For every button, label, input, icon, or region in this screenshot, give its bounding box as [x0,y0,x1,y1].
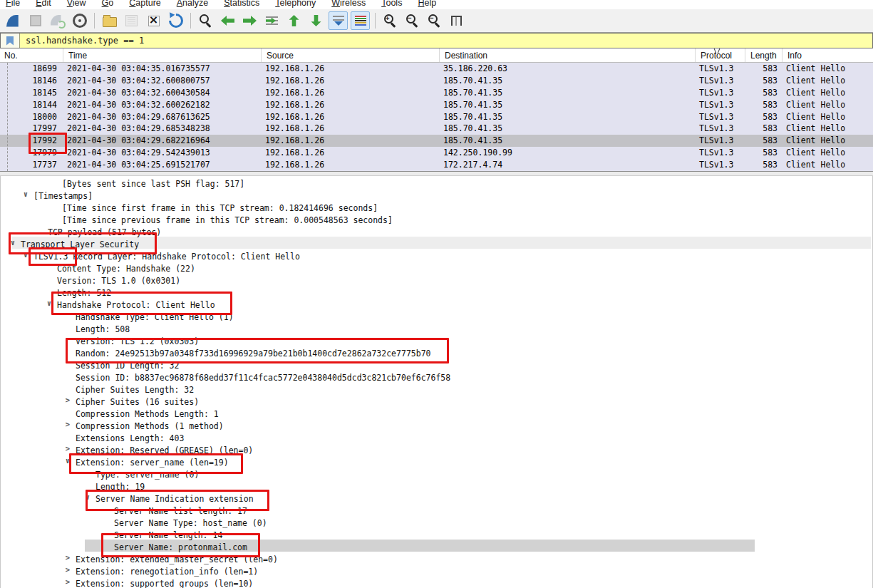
go-back-button[interactable] [218,11,237,30]
open-file-button[interactable] [100,11,119,30]
menu-capture[interactable]: Capture [129,0,160,9]
reload-button[interactable] [166,11,185,30]
find-packet-button[interactable] [196,11,215,30]
column-header-info[interactable]: Info [782,48,873,62]
detail-row[interactable]: >Extension: extended_master_secret (len=… [1,552,872,564]
expander-open-icon[interactable]: ∨ [62,455,73,467]
detail-row[interactable]: >Compression Methods (1 method) [1,418,872,430]
column-header-time[interactable]: Time [63,48,261,62]
packet-row[interactable]: 179792021-04-30 03:04:29.542439013192.16… [0,147,873,159]
menu-telephony[interactable]: Telephony [275,0,316,9]
packet-list[interactable]: 186992021-04-30 03:04:35.016735577192.16… [0,63,873,171]
detail-row[interactable]: ∨Server Name Indication extension [1,491,872,503]
column-header-source[interactable]: Source [261,48,439,62]
packet-row[interactable]: 179922021-04-30 03:04:29.682216964192.16… [0,135,873,147]
packet-cell-len: 583 [745,135,782,147]
resize-columns-button[interactable] [447,11,466,30]
expander-open-icon[interactable]: ∨ [20,249,31,261]
detail-row[interactable]: Server Name: protonmail.com [1,540,872,552]
detail-row[interactable]: >Extension: renegotiation_info (len=1) [1,564,872,576]
detail-row[interactable]: TCP payload (517 bytes) [1,225,872,237]
detail-row[interactable]: [Time since previous frame in this TCP s… [1,212,872,225]
expander-open-icon[interactable]: ∨ [7,237,19,249]
detail-row[interactable]: Length: 19 [1,479,872,491]
packet-row[interactable]: 180002021-04-30 03:04:29.687613625192.16… [0,111,873,123]
menu-analyze[interactable]: Analyze [177,0,208,9]
save-file-button[interactable] [122,11,141,30]
start-capture-button[interactable] [4,11,23,30]
detail-row[interactable]: ∨Handshake Protocol: Client Hello [1,297,872,309]
detail-row[interactable]: ∨Extension: server_name (len=19) [1,455,872,467]
go-last-button[interactable] [306,11,326,30]
expander-closed-icon[interactable]: > [62,418,73,430]
detail-row[interactable]: Server Name list length: 17 [1,503,872,515]
expander-closed-icon[interactable]: > [62,443,73,455]
detail-row[interactable]: Session ID Length: 32 [1,358,872,370]
detail-row[interactable]: >Extension: supported_groups (len=10) [1,576,872,588]
expander-open-icon[interactable]: ∨ [82,491,93,503]
packet-row[interactable]: 177372021-04-30 03:04:25.691521707192.16… [0,159,873,171]
stop-capture-button[interactable] [26,11,45,30]
detail-row[interactable]: >Cipher Suites (16 suites) [1,394,872,406]
detail-row[interactable]: Handshake Type: Client Hello (1) [1,309,872,321]
menu-wireless[interactable]: Wireless [331,0,366,9]
menu-go[interactable]: Go [102,0,114,9]
packet-cell-no: 18146 [0,75,63,87]
detail-row[interactable]: Server Name Type: host_name (0) [1,515,872,527]
menu-help[interactable]: Help [418,0,436,9]
detail-text: Length: 512 [57,287,111,299]
detail-row[interactable]: Type: server_name (0) [1,467,872,479]
zoom-reset-button[interactable]: − [425,11,444,30]
restart-capture-button[interactable] [48,11,67,30]
filter-bookmark-button[interactable] [1,33,20,48]
detail-row[interactable]: Compression Methods Length: 1 [1,406,872,418]
packet-row[interactable]: 181442021-04-30 03:04:32.600262182192.16… [0,99,873,111]
close-file-button[interactable] [144,11,163,30]
packet-cell-len: 583 [745,63,782,75]
expander-open-icon[interactable]: ∨ [20,188,31,200]
column-header-no[interactable]: No. [0,48,63,62]
expander-closed-icon[interactable]: > [62,394,73,406]
packet-row[interactable]: 186992021-04-30 03:04:35.016735577192.16… [0,63,873,75]
detail-row[interactable]: Version: TLS 1.2 (0x0303) [1,334,872,346]
detail-row[interactable]: Version: TLS 1.0 (0x0301) [1,273,872,285]
menu-view[interactable]: View [67,0,86,9]
detail-row[interactable]: [Bytes sent since last PSH flag: 517] [1,176,872,188]
go-first-button[interactable] [284,11,304,30]
zoom-out-button[interactable]: − [403,11,422,30]
text-cursor-artifact [713,48,720,54]
packet-cell-proto: TLSv1.3 [695,87,745,99]
menu-statistics[interactable]: Statistics [224,0,259,9]
detail-row[interactable]: Server Name length: 14 [1,527,872,540]
expander-closed-icon[interactable]: > [62,576,73,588]
capture-options-button[interactable] [70,11,89,30]
column-header-length[interactable]: Length [745,48,782,62]
detail-row[interactable]: Extensions Length: 403 [1,430,872,443]
menu-tools[interactable]: Tools [381,0,402,9]
packet-row[interactable]: 181462021-04-30 03:04:32.600800757192.16… [0,75,873,87]
detail-text: Compression Methods Length: 1 [76,408,219,421]
colorize-toggle[interactable] [351,11,370,30]
packet-detail-pane[interactable]: [Bytes sent since last PSH flag: 517]∨[T… [0,176,873,588]
menu-file[interactable]: File [6,0,20,9]
detail-row[interactable]: ∨Transport Layer Security [1,237,872,249]
go-to-packet-button[interactable] [262,11,281,30]
display-filter-input[interactable]: ssl.handshake.type == 1 [20,33,144,48]
pane-splitter[interactable] [0,171,873,176]
detail-row[interactable]: [Time since first frame in this TCP stre… [1,200,872,212]
detail-row[interactable]: Random: 24e92513b97a0348f733d16996929a79… [1,346,872,358]
menu-edit[interactable]: Edit [36,0,51,9]
auto-scroll-toggle[interactable] [329,11,348,30]
expander-closed-icon[interactable]: > [62,564,73,576]
detail-row[interactable]: Session ID: b8837ec96878f68edd37f11c4fca… [1,370,872,382]
zoom-in-button[interactable]: + [381,11,400,30]
packet-row[interactable]: 181452021-04-30 03:04:32.600430584192.16… [0,87,873,99]
detail-row[interactable]: ∨TLSv1.3 Record Layer: Handshake Protoco… [1,249,872,261]
go-forward-button[interactable] [240,11,259,30]
detail-row[interactable]: Content Type: Handshake (22) [1,261,872,273]
expander-open-icon[interactable]: ∨ [43,297,55,309]
column-header-destination[interactable]: Destination [439,48,695,62]
packet-row[interactable]: 179972021-04-30 03:04:29.685348238192.16… [0,123,873,135]
expander-closed-icon[interactable]: > [62,552,73,564]
detail-row[interactable]: >Extension: Reserved (GREASE) (len=0) [1,443,872,455]
